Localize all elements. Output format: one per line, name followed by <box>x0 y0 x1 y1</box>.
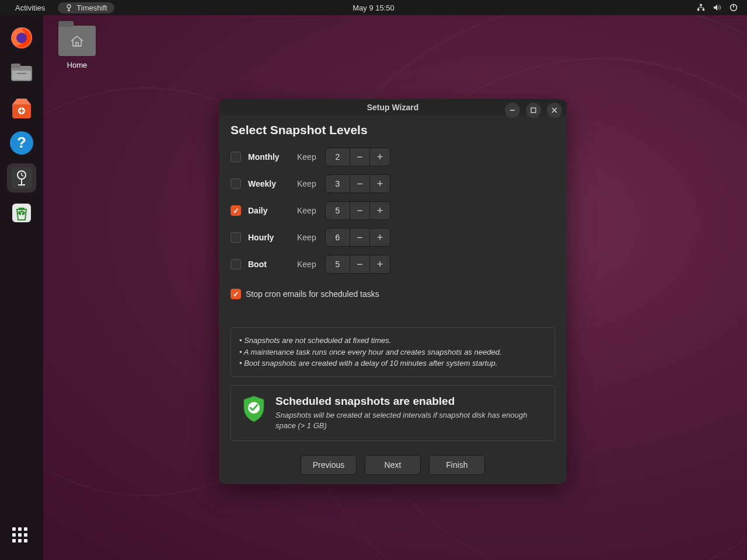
keep-label: Keep <box>297 233 318 242</box>
level-row-monthly: Monthly Keep 2 − + <box>231 148 555 166</box>
spinner-weekly: 3 − + <box>325 174 390 193</box>
svg-rect-1 <box>700 4 702 6</box>
hint-line: • Boot snapshots are created with a dela… <box>239 358 546 369</box>
page-heading: Select Snapshot Levels <box>231 123 555 137</box>
titlebar[interactable]: Setup Wizard <box>219 99 567 115</box>
increment-button[interactable]: + <box>370 229 390 246</box>
desktop-home-icon[interactable]: Home <box>58 26 96 69</box>
level-label: Monthly <box>248 152 290 162</box>
spinner-boot: 5 − + <box>325 255 390 274</box>
increment-button[interactable]: + <box>370 148 390 166</box>
minimize-button[interactable] <box>505 103 520 118</box>
level-label: Boot <box>248 260 290 269</box>
volume-icon[interactable] <box>713 4 721 12</box>
topbar-app-indicator[interactable]: Timeshift <box>58 2 114 13</box>
keep-label: Keep <box>297 260 318 269</box>
folder-icon <box>58 26 96 56</box>
timeshift-icon <box>65 4 73 12</box>
svg-rect-11 <box>17 73 26 74</box>
svg-rect-10 <box>12 71 31 80</box>
level-row-daily: Daily Keep 5 − + <box>231 201 555 220</box>
decrement-button[interactable]: − <box>350 256 370 273</box>
keep-value[interactable]: 3 <box>326 175 350 192</box>
status-box: Scheduled snapshots are enabled Snapshot… <box>231 385 555 441</box>
svg-rect-9 <box>11 64 20 68</box>
keep-value[interactable]: 5 <box>326 256 350 273</box>
decrement-button[interactable]: − <box>350 202 370 219</box>
desktop-home-label: Home <box>58 61 96 69</box>
dock-firefox[interactable] <box>7 23 36 52</box>
dock-software[interactable] <box>7 93 36 123</box>
shield-check-icon <box>242 395 266 423</box>
hints-box: • Snapshots are not scheduled at fixed t… <box>231 327 555 377</box>
keep-label: Keep <box>297 152 318 162</box>
svg-point-0 <box>67 5 71 8</box>
setup-wizard-window: Setup Wizard Select Snapshot Levels Mont… <box>219 99 567 484</box>
svg-point-7 <box>16 33 27 43</box>
increment-button[interactable]: + <box>370 202 390 219</box>
spinner-hourly: 6 − + <box>325 228 390 247</box>
show-apps-button[interactable] <box>12 527 31 546</box>
level-row-hourly: Hourly Keep 6 − + <box>231 228 555 247</box>
svg-rect-2 <box>697 9 700 11</box>
increment-button[interactable]: + <box>370 256 390 273</box>
checkbox-daily[interactable] <box>231 205 241 216</box>
dock-help[interactable]: ? <box>7 128 36 158</box>
status-description: Snapshots will be created at selected in… <box>275 410 544 431</box>
keep-label: Keep <box>297 206 318 215</box>
hint-line: • A maintenance task runs once every hou… <box>239 346 546 358</box>
wizard-footer: Previous Next Finish <box>231 441 555 475</box>
cron-emails-row: Stop cron emails for scheduled tasks <box>231 289 555 299</box>
checkbox-hourly[interactable] <box>231 232 241 243</box>
hint-line: • Snapshots are not scheduled at fixed t… <box>239 335 546 346</box>
svg-text:?: ? <box>17 134 26 151</box>
level-label: Daily <box>248 206 290 215</box>
decrement-button[interactable]: − <box>350 148 370 166</box>
dock-trash[interactable] <box>7 198 36 228</box>
close-button[interactable] <box>547 103 562 118</box>
checkbox-boot[interactable] <box>231 259 241 270</box>
next-button[interactable]: Next <box>365 455 421 475</box>
dock-files[interactable] <box>7 58 36 88</box>
dock: ? <box>0 15 43 560</box>
increment-button[interactable]: + <box>370 175 390 192</box>
spinner-monthly: 2 − + <box>325 148 390 166</box>
spinner-daily: 5 − + <box>325 201 390 220</box>
previous-button[interactable]: Previous <box>301 455 357 475</box>
level-label: Weekly <box>248 179 290 188</box>
checkbox-weekly[interactable] <box>231 178 241 189</box>
level-row-weekly: Weekly Keep 3 − + <box>231 174 555 193</box>
topbar: Activities Timeshift May 9 15:50 <box>0 0 747 15</box>
svg-rect-19 <box>531 108 536 113</box>
network-icon[interactable] <box>697 4 705 12</box>
power-icon[interactable] <box>729 4 738 12</box>
topbar-datetime[interactable]: May 9 15:50 <box>352 4 395 12</box>
decrement-button[interactable]: − <box>350 175 370 192</box>
finish-button[interactable]: Finish <box>429 455 485 475</box>
keep-label: Keep <box>297 179 318 188</box>
keep-value[interactable]: 5 <box>326 202 350 219</box>
keep-value[interactable]: 2 <box>326 148 350 166</box>
cron-emails-label: Stop cron emails for scheduled tasks <box>246 289 379 299</box>
topbar-app-label: Timeshift <box>76 4 107 12</box>
checkbox-monthly[interactable] <box>231 152 241 162</box>
level-label: Hourly <box>248 233 290 242</box>
dock-timeshift[interactable] <box>7 163 36 192</box>
window-title: Setup Wizard <box>367 103 419 112</box>
level-row-boot: Boot Keep 5 − + <box>231 255 555 274</box>
svg-rect-3 <box>703 9 705 11</box>
status-title: Scheduled snapshots are enabled <box>275 395 544 408</box>
maximize-button[interactable] <box>526 103 541 118</box>
checkbox-cron-emails[interactable] <box>231 289 241 299</box>
activities-button[interactable]: Activities <box>9 4 51 12</box>
keep-value[interactable]: 6 <box>326 229 350 246</box>
decrement-button[interactable]: − <box>350 229 370 246</box>
